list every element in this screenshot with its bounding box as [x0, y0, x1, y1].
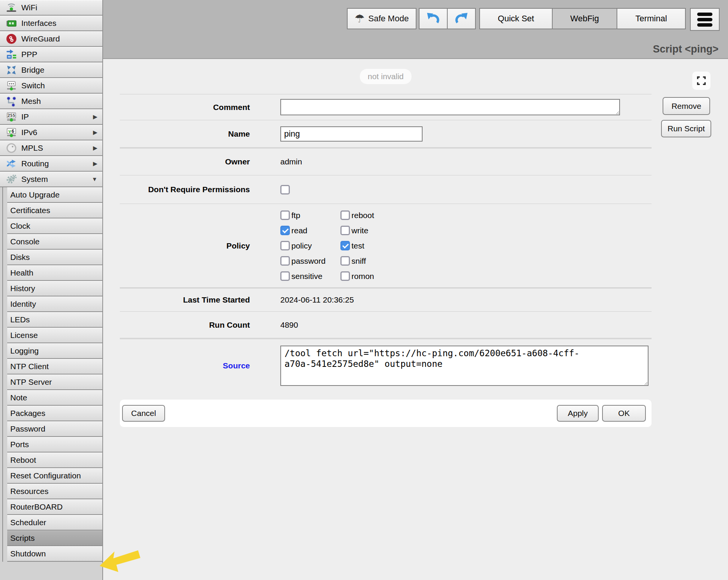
- sidebar-subitem-ntp-server[interactable]: NTP Server: [7, 374, 102, 390]
- sidebar-subitem-health[interactable]: Health: [7, 265, 102, 281]
- sidebar-subitem-clock[interactable]: Clock: [7, 218, 102, 234]
- sidebar-subitem-shutdown[interactable]: Shutdown: [7, 546, 102, 562]
- sidebar-subitem-scripts[interactable]: Scripts: [7, 531, 102, 546]
- sidebar-item-label: Switch: [21, 81, 45, 90]
- chevron-right-icon: ▶: [93, 113, 97, 120]
- last-time-started-label: Last Time Started: [120, 295, 250, 304]
- subitem-label: Ports: [10, 440, 29, 449]
- ok-button[interactable]: OK: [602, 405, 646, 422]
- sidebar-subitem-certificates[interactable]: Certificates: [7, 203, 102, 218]
- sidebar-subitem-reset-configuration[interactable]: Reset Configuration: [7, 468, 102, 484]
- sidebar-subitem-disks[interactable]: Disks: [7, 250, 102, 265]
- sidebar-subitem-console[interactable]: Console: [7, 234, 102, 250]
- sidebar-item-mesh[interactable]: Mesh: [0, 94, 102, 109]
- sidebar-item-bridge[interactable]: Bridge: [0, 62, 102, 78]
- chevron-right-icon: ▶: [93, 129, 97, 136]
- source-row: Source /tool fetch url="https://hc-ping.…: [120, 338, 652, 392]
- comment-label: Comment: [120, 103, 250, 112]
- sidebar-subitem-resources[interactable]: Resources: [7, 484, 102, 499]
- sidebar-subitem-leds[interactable]: LEDs: [7, 312, 102, 328]
- policy-romon-label: romon: [351, 272, 374, 281]
- cancel-button[interactable]: Cancel: [122, 405, 165, 422]
- sidebar-item-routing[interactable]: Routing ▶: [0, 156, 102, 172]
- policy-ftp-label: ftp: [291, 211, 300, 220]
- dont-require-permissions-label: Don't Require Permissions: [120, 185, 250, 194]
- sidebar-subitem-auto-upgrade[interactable]: Auto Upgrade: [7, 187, 102, 203]
- sidebar-subitem-logging[interactable]: Logging: [7, 343, 102, 359]
- policy-romon-checkbox[interactable]: [340, 271, 350, 281]
- ip-icon: 255: [5, 111, 17, 123]
- source-input[interactable]: /tool fetch url="https://hc-ping.com/620…: [280, 346, 649, 386]
- subitem-label: Reboot: [10, 456, 36, 465]
- policy-write-checkbox[interactable]: [340, 226, 350, 235]
- svg-text:6: 6: [11, 128, 14, 134]
- name-row: Name: [120, 120, 652, 147]
- redo-button[interactable]: [447, 8, 476, 29]
- policy-read-checkbox[interactable]: [280, 226, 290, 235]
- safe-mode-label: Safe Mode: [368, 14, 409, 24]
- policy-password-checkbox[interactable]: [280, 256, 290, 266]
- sidebar-subitem-note[interactable]: Note: [7, 390, 102, 406]
- sidebar-item-label: Routing: [21, 159, 49, 168]
- remove-button[interactable]: Remove: [663, 97, 710, 115]
- webfig-page: WiFi Interfaces WireGuard PPP Bridge: [0, 0, 728, 580]
- policy-ftp-checkbox[interactable]: [280, 210, 290, 220]
- top-header-band: ☂ Safe Mode Quick Set WebFig Terminal Sc…: [103, 0, 728, 59]
- tab-webfig[interactable]: WebFig: [552, 8, 617, 29]
- policy-policy-checkbox[interactable]: [280, 241, 290, 250]
- policy-reboot-checkbox[interactable]: [340, 210, 350, 220]
- policy-sniff-label: sniff: [351, 257, 366, 266]
- owner-row: Owner admin: [120, 147, 652, 175]
- sidebar-subitem-routerboard[interactable]: RouterBOARD: [7, 499, 102, 515]
- name-input[interactable]: [280, 126, 423, 142]
- subitem-label: Console: [10, 237, 40, 246]
- interfaces-icon: [5, 17, 17, 29]
- sidebar-item-system[interactable]: System ▼: [0, 172, 102, 187]
- tab-quick-set[interactable]: Quick Set: [479, 8, 553, 29]
- run-script-button[interactable]: Run Script: [661, 120, 711, 137]
- sidebar-item-interfaces[interactable]: Interfaces: [0, 16, 102, 31]
- sidebar-subitem-license[interactable]: License: [7, 328, 102, 343]
- sidebar-subitem-scheduler[interactable]: Scheduler: [7, 515, 102, 531]
- policy-sensitive-label: sensitive: [291, 272, 323, 281]
- sidebar-subitem-password[interactable]: Password: [7, 421, 102, 437]
- policy-sensitive-checkbox[interactable]: [280, 271, 290, 281]
- sidebar-subitem-ntp-client[interactable]: NTP Client: [7, 359, 102, 374]
- sidebar-item-switch[interactable]: Switch: [0, 78, 102, 94]
- sidebar-item-ip[interactable]: 255 IP ▶: [0, 109, 102, 125]
- system-gear-icon: [5, 173, 17, 185]
- sidebar-item-ppp[interactable]: PPP: [0, 47, 102, 62]
- policy-test-checkbox[interactable]: [340, 241, 350, 250]
- sidebar-item-ipv6[interactable]: v6 IPv6 ▶: [0, 125, 102, 140]
- subitem-label: RouterBOARD: [10, 502, 63, 511]
- name-label: Name: [120, 129, 250, 139]
- sidebar-item-wifi[interactable]: WiFi: [0, 0, 102, 16]
- sidebar-subitem-history[interactable]: History: [7, 281, 102, 296]
- last-time-started-value: 2024-06-11 20:36:25: [280, 295, 354, 304]
- policy-sniff-checkbox[interactable]: [340, 256, 350, 266]
- sidebar-subitem-reboot[interactable]: Reboot: [7, 453, 102, 468]
- policy-grid: ftp reboot read write policy test passwo…: [280, 208, 432, 284]
- sidebar-item-wireguard[interactable]: WireGuard: [0, 31, 102, 47]
- tab-terminal[interactable]: Terminal: [617, 8, 686, 29]
- comment-input[interactable]: [280, 99, 620, 115]
- ipv6-icon: v6: [5, 126, 17, 138]
- safe-mode-button[interactable]: ☂ Safe Mode: [347, 8, 416, 29]
- apply-button[interactable]: Apply: [557, 405, 599, 422]
- bridge-icon: [5, 64, 17, 76]
- sidebar-subitem-packages[interactable]: Packages: [7, 406, 102, 421]
- tab-label: Quick Set: [498, 14, 534, 24]
- dont-require-permissions-checkbox[interactable]: [280, 185, 290, 194]
- subitem-label: Scheduler: [10, 518, 46, 527]
- undo-button[interactable]: [419, 8, 448, 29]
- sidebar-item-mpls[interactable]: MPLS ▶: [0, 140, 102, 156]
- switch-icon: [5, 80, 17, 91]
- subitem-label: Disks: [10, 253, 30, 262]
- form-action-bar: Cancel Apply OK: [120, 400, 652, 427]
- subitem-label: Logging: [10, 346, 39, 355]
- sidebar-subitem-ports[interactable]: Ports: [7, 437, 102, 453]
- fullscreen-toggle-button[interactable]: [692, 72, 711, 90]
- subitem-label: Health: [10, 268, 33, 277]
- hamburger-menu-button[interactable]: [690, 8, 720, 31]
- sidebar-subitem-identity[interactable]: Identity: [7, 296, 102, 312]
